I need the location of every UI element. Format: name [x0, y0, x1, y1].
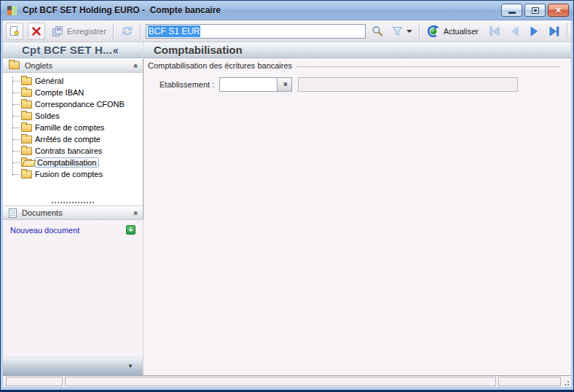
filter-button[interactable]	[390, 25, 414, 38]
new-document-link[interactable]: Nouveau document	[10, 226, 79, 235]
chevron-double-down-icon: «	[280, 82, 289, 86]
sidebar-item-contrats-bancaires[interactable]: Contrats bancaires	[3, 145, 143, 157]
reload-record-button[interactable]	[119, 24, 135, 38]
tree-connector	[12, 81, 20, 82]
folder-icon	[21, 101, 32, 109]
sidebar-item-arretes-de-compte[interactable]: Arrêtés de compte	[3, 133, 143, 145]
content-area: Onglets « Général Compte IBAN	[3, 58, 571, 375]
tree-item-label: Soldes	[35, 111, 60, 120]
sidebar-item-correspondance-cfonb[interactable]: Correspondance CFONB	[3, 98, 143, 110]
previous-record-icon	[509, 26, 521, 36]
tree-connector	[12, 116, 20, 117]
page-header: Comptabilisation	[144, 42, 571, 58]
combo-dropdown-button[interactable]: «	[277, 78, 291, 91]
tree-connector	[12, 128, 20, 128]
tree-item-label: Comptabilisation	[34, 157, 99, 168]
onglets-section-header[interactable]: Onglets «	[3, 58, 143, 73]
search-icon	[371, 26, 383, 37]
tree-item-label: Contrats bancaires	[35, 146, 102, 155]
sidebar-header: Cpt BCF SET H... «	[3, 42, 144, 58]
sidebar-spacer	[3, 235, 143, 357]
last-record-button[interactable]	[545, 25, 562, 38]
folder-icon	[21, 112, 32, 120]
sidebar-bottom-bar[interactable]: ▼	[3, 357, 143, 375]
folder-icon	[21, 77, 32, 85]
folder-icon	[21, 124, 32, 132]
delete-record-button[interactable]	[28, 23, 45, 40]
tree-connector	[12, 151, 20, 152]
sidebar-item-compte-iban[interactable]: Compte IBAN	[3, 87, 143, 98]
delete-x-icon	[31, 26, 42, 37]
sidebar-item-soldes[interactable]: Soldes	[3, 110, 143, 122]
sidebar-item-general[interactable]: Général	[3, 75, 143, 87]
sidebar-item-comptabilisation[interactable]: Comptabilisation	[3, 157, 143, 168]
folder-icon	[21, 89, 32, 97]
actualiser-icon	[427, 25, 440, 38]
etablissement-combo[interactable]: «	[219, 77, 292, 92]
window-resize-grip[interactable]	[563, 377, 570, 386]
tree-item-label: Fusion de comptes	[35, 170, 103, 179]
tree-item-label: Correspondance CFONB	[35, 100, 125, 109]
sidebar: Onglets « Général Compte IBAN	[3, 58, 144, 375]
next-record-icon	[528, 26, 540, 36]
new-document-star-icon	[9, 26, 20, 37]
minimize-button[interactable]	[501, 4, 522, 17]
groupbox-legend: Comptabilisation des écritures bancaires	[148, 61, 564, 70]
header-band: Cpt BCF SET H... « Comptabilisation	[3, 42, 571, 58]
etablissement-label: Etablissement :	[160, 80, 219, 89]
new-record-button[interactable]	[6, 23, 23, 40]
tree-connector	[12, 162, 20, 163]
document-icon	[9, 208, 17, 218]
filter-dropdown-caret-icon	[406, 30, 412, 33]
groupbox-line	[296, 66, 561, 67]
etablissement-combo-value	[220, 78, 277, 91]
add-document-button[interactable]: +	[126, 225, 135, 235]
panel-collapse-icon: ▼	[127, 364, 133, 369]
record-navigation	[487, 25, 562, 38]
status-panel-center	[65, 377, 496, 386]
toolbar: Enregistrer BCF S1 EUR	[3, 20, 571, 42]
record-name-selected-value: BCF S1 EUR	[148, 26, 201, 37]
onglets-section-label: Onglets	[25, 61, 52, 70]
close-button[interactable]: ✕	[548, 4, 569, 17]
folder-icon	[9, 61, 20, 69]
toolbar-separator	[113, 23, 114, 39]
toolbar-separator	[419, 23, 420, 39]
documents-section-header[interactable]: Documents «	[3, 205, 143, 220]
new-document-row: Nouveau document +	[3, 220, 143, 235]
save-icon	[52, 26, 63, 37]
tree-item-label: Famille de comptes	[35, 123, 104, 132]
documents-section-label: Documents	[22, 208, 63, 217]
sidebar-item-fusion-de-comptes[interactable]: Fusion de comptes	[3, 168, 143, 180]
window-title: Cpt BCF SET Holding EURO - Compte bancai…	[23, 5, 221, 15]
title-bar[interactable]: Cpt BCF SET Holding EURO - Compte bancai…	[1, 1, 573, 20]
previous-record-button[interactable]	[507, 25, 523, 38]
open-folder-icon	[21, 159, 32, 167]
status-panel-left	[6, 377, 63, 386]
close-icon: ✕	[555, 7, 562, 15]
tree-connector	[12, 93, 20, 93]
tree-item-label: Général	[35, 77, 63, 85]
tree-item-label: Compte IBAN	[35, 88, 84, 97]
refresh-button-label: Actualiser	[444, 27, 479, 36]
search-button[interactable]	[369, 24, 385, 39]
next-record-button[interactable]	[526, 25, 542, 38]
tree-connector	[12, 104, 20, 105]
collapse-section-icon[interactable]: «	[131, 63, 140, 67]
main-panel: Comptabilisation des écritures bancaires…	[144, 58, 571, 375]
tree-connector	[12, 174, 20, 175]
etablissement-detail-field	[298, 77, 518, 92]
sidebar-item-famille-de-comptes[interactable]: Famille de comptes	[3, 122, 143, 133]
tree-item-label: Arrêtés de compte	[35, 135, 101, 144]
sidebar-collapse-icon[interactable]: «	[113, 44, 119, 56]
groupbox-label: Comptabilisation des écritures bancaires	[148, 61, 292, 70]
refresh-button[interactable]: Actualiser	[425, 23, 481, 39]
collapse-section-icon[interactable]: «	[131, 211, 140, 214]
tree-connector	[12, 139, 20, 140]
save-button[interactable]: Enregistrer	[50, 24, 109, 39]
record-name-input[interactable]: BCF S1 EUR	[146, 24, 366, 39]
tree-resize-grip[interactable]	[52, 202, 94, 203]
first-record-icon	[489, 26, 502, 36]
first-record-button[interactable]	[487, 25, 504, 38]
maximize-button[interactable]	[524, 4, 546, 17]
